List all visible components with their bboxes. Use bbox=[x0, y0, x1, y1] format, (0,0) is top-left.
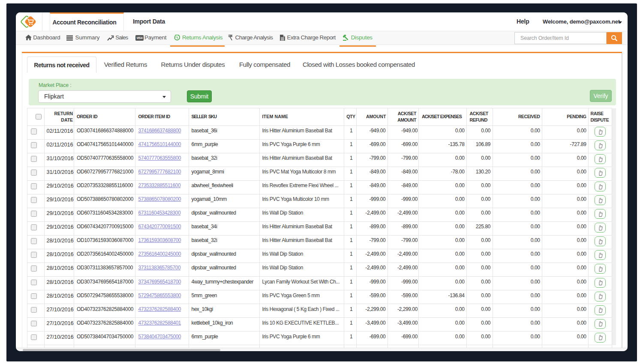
svg-text:VISA: VISA bbox=[136, 36, 143, 39]
